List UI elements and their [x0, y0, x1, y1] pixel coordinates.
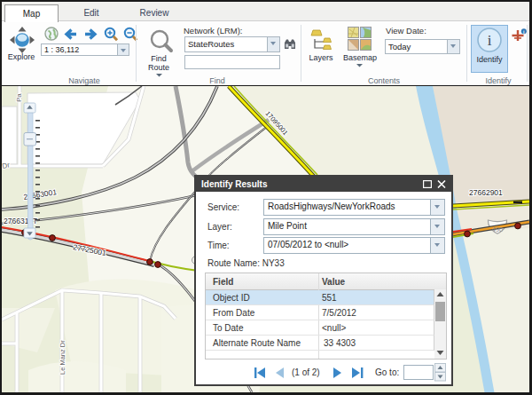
- svg-text:Pa: Pa: [15, 93, 23, 102]
- svg-text:Le Manz Dr: Le Manz Dr: [59, 340, 66, 375]
- svg-text:i: i: [488, 32, 492, 49]
- svg-text:27662901: 27662901: [469, 188, 503, 197]
- svg-text:490: 490: [492, 225, 504, 233]
